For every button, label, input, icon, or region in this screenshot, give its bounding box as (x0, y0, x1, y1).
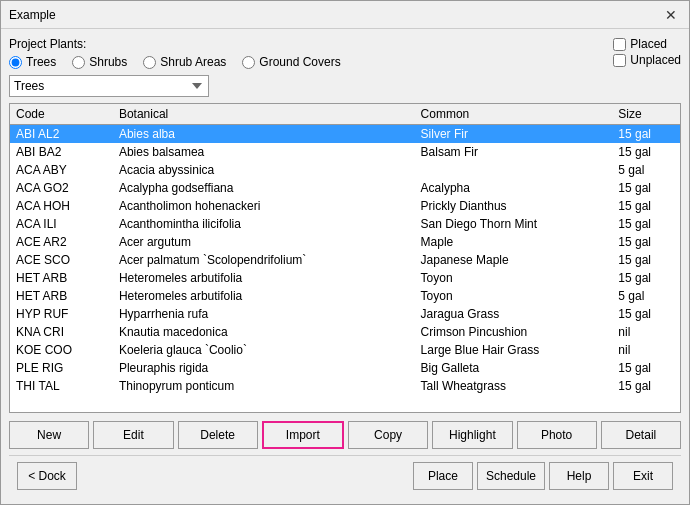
cell-common: Japanese Maple (415, 251, 613, 269)
cell-size: 15 gal (612, 125, 680, 144)
cell-code: ACA HOH (10, 197, 113, 215)
example-window: Example ✕ Project Plants: Trees Shrubs (0, 0, 690, 505)
radio-shrubs[interactable]: Shrubs (72, 55, 127, 69)
table-header-row: Code Botanical Common Size (10, 104, 680, 125)
title-bar: Example ✕ (1, 1, 689, 29)
cell-botanical: Heteromeles arbutifolia (113, 269, 415, 287)
action-buttons-row: NewEditDeleteImportCopyHighlightPhotoDet… (9, 421, 681, 449)
cell-common: Large Blue Hair Grass (415, 341, 613, 359)
cell-size: 15 gal (612, 179, 680, 197)
photo-button[interactable]: Photo (517, 421, 597, 449)
cell-size: 15 gal (612, 269, 680, 287)
cell-botanical: Acer argutum (113, 233, 415, 251)
new-button[interactable]: New (9, 421, 89, 449)
cell-size: 15 gal (612, 233, 680, 251)
table-row[interactable]: KNA CRIKnautia macedonicaCrimson Pincush… (10, 323, 680, 341)
cell-code: ABI BA2 (10, 143, 113, 161)
cell-botanical: Acacia abyssinica (113, 161, 415, 179)
cell-size: 5 gal (612, 287, 680, 305)
detail-button[interactable]: Detail (601, 421, 681, 449)
cell-common: Toyon (415, 287, 613, 305)
top-controls: Project Plants: Trees Shrubs Shrub Areas (9, 37, 681, 97)
edit-button[interactable]: Edit (93, 421, 173, 449)
radio-shrub-areas-label: Shrub Areas (160, 55, 226, 69)
checkboxes-right: Placed Unplaced (613, 37, 681, 67)
radio-trees[interactable]: Trees (9, 55, 56, 69)
unplaced-label: Unplaced (630, 53, 681, 67)
bottom-bar: < Dock Place Schedule Help Exit (9, 455, 681, 496)
table-row[interactable]: HET ARBHeteromeles arbutifoliaToyon5 gal (10, 287, 680, 305)
cell-code: HET ARB (10, 287, 113, 305)
radio-shrub-areas[interactable]: Shrub Areas (143, 55, 226, 69)
copy-button[interactable]: Copy (348, 421, 428, 449)
project-plants-label: Project Plants: (9, 37, 613, 51)
cell-botanical: Heteromeles arbutifolia (113, 287, 415, 305)
table-row[interactable]: ACA ILIAcanthomintha ilicifoliaSan Diego… (10, 215, 680, 233)
cell-common: Maple (415, 233, 613, 251)
close-button[interactable]: ✕ (661, 7, 681, 23)
table-row[interactable]: HYP RUFHyparrhenia rufaJaragua Grass15 g… (10, 305, 680, 323)
cell-size: 15 gal (612, 251, 680, 269)
placed-checkbox[interactable]: Placed (613, 37, 681, 51)
cell-botanical: Knautia macedonica (113, 323, 415, 341)
delete-button[interactable]: Delete (178, 421, 258, 449)
cell-code: ACA GO2 (10, 179, 113, 197)
radio-ground-covers[interactable]: Ground Covers (242, 55, 340, 69)
cell-common: Crimson Pincushion (415, 323, 613, 341)
highlight-button[interactable]: Highlight (432, 421, 512, 449)
cell-botanical: Abies alba (113, 125, 415, 144)
cell-botanical: Pleuraphis rigida (113, 359, 415, 377)
radio-shrubs-label: Shrubs (89, 55, 127, 69)
cell-botanical: Acantholimon hohenackeri (113, 197, 415, 215)
table-row[interactable]: ABI AL2Abies albaSilver Fir15 gal (10, 125, 680, 144)
table-row[interactable]: ACA HOHAcantholimon hohenackeriPrickly D… (10, 197, 680, 215)
cell-size: 15 gal (612, 377, 680, 395)
cell-code: KOE COO (10, 341, 113, 359)
cell-code: ACA ABY (10, 161, 113, 179)
schedule-button[interactable]: Schedule (477, 462, 545, 490)
help-button[interactable]: Help (549, 462, 609, 490)
table-row[interactable]: ACE SCOAcer palmatum `Scolopendrifolium`… (10, 251, 680, 269)
cell-size: 5 gal (612, 161, 680, 179)
cell-code: ACA ILI (10, 215, 113, 233)
cell-botanical: Hyparrhenia rufa (113, 305, 415, 323)
col-size: Size (612, 104, 680, 125)
cell-code: PLE RIG (10, 359, 113, 377)
dropdown-row: Trees Shrubs Shrub Areas Ground Covers (9, 75, 613, 97)
cell-code: ABI AL2 (10, 125, 113, 144)
radio-trees-label: Trees (26, 55, 56, 69)
import-button[interactable]: Import (262, 421, 344, 449)
radio-row: Trees Shrubs Shrub Areas Ground Covers (9, 55, 613, 69)
cell-common (415, 161, 613, 179)
col-botanical: Botanical (113, 104, 415, 125)
place-button[interactable]: Place (413, 462, 473, 490)
exit-button[interactable]: Exit (613, 462, 673, 490)
dock-button[interactable]: < Dock (17, 462, 77, 490)
cell-botanical: Acanthomintha ilicifolia (113, 215, 415, 233)
table-row[interactable]: HET ARBHeteromeles arbutifoliaToyon15 ga… (10, 269, 680, 287)
bottom-left: < Dock (17, 462, 409, 490)
plants-table-container[interactable]: Code Botanical Common Size ABI AL2Abies … (9, 103, 681, 413)
cell-code: ACE AR2 (10, 233, 113, 251)
cell-common: Silver Fir (415, 125, 613, 144)
table-row[interactable]: ACA ABYAcacia abyssinica5 gal (10, 161, 680, 179)
unplaced-checkbox[interactable]: Unplaced (613, 53, 681, 67)
cell-common: Tall Wheatgrass (415, 377, 613, 395)
table-row[interactable]: PLE RIGPleuraphis rigidaBig Galleta15 ga… (10, 359, 680, 377)
plant-type-dropdown[interactable]: Trees Shrubs Shrub Areas Ground Covers (9, 75, 209, 97)
cell-size: nil (612, 323, 680, 341)
cell-common: Prickly Dianthus (415, 197, 613, 215)
radio-ground-covers-label: Ground Covers (259, 55, 340, 69)
cell-size: 15 gal (612, 215, 680, 233)
cell-botanical: Acer palmatum `Scolopendrifolium` (113, 251, 415, 269)
cell-common: Toyon (415, 269, 613, 287)
table-row[interactable]: ACA GO2Acalypha godseffianaAcalypha15 ga… (10, 179, 680, 197)
cell-size: 15 gal (612, 359, 680, 377)
cell-botanical: Acalypha godseffiana (113, 179, 415, 197)
table-row[interactable]: THI TALThinopyrum ponticumTall Wheatgras… (10, 377, 680, 395)
plants-table: Code Botanical Common Size ABI AL2Abies … (10, 104, 680, 395)
table-row[interactable]: KOE COOKoeleria glauca `Coolio`Large Blu… (10, 341, 680, 359)
table-row[interactable]: ABI BA2Abies balsameaBalsam Fir15 gal (10, 143, 680, 161)
table-row[interactable]: ACE AR2Acer argutumMaple15 gal (10, 233, 680, 251)
window-title: Example (9, 8, 56, 22)
